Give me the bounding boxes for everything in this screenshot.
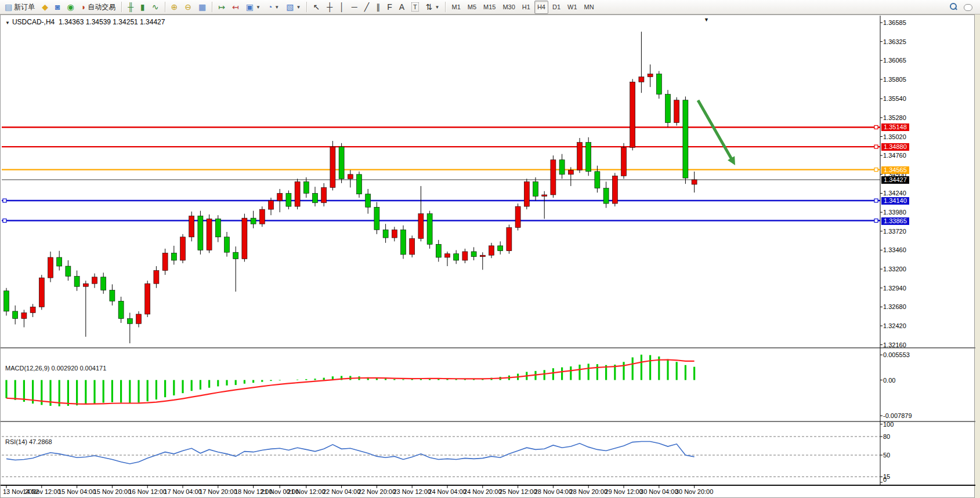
bar-chart-button[interactable]: ╫ — [125, 1, 136, 14]
chevron-down-icon[interactable]: ▼ — [5, 20, 10, 26]
new-order-button[interactable]: ▤新订单 — [2, 1, 38, 14]
price-tick-label: 1.36325 — [883, 38, 906, 45]
time-tick-label: 25 Nov 12:00 — [499, 488, 537, 495]
tf-m5-button[interactable]: M5 — [465, 1, 479, 14]
hline-button[interactable]: ─ — [349, 1, 360, 14]
tile-windows-button[interactable]: ▦ — [196, 1, 209, 14]
tf-m1-button[interactable]: M1 — [449, 1, 463, 14]
cursor-button[interactable]: ↖ — [310, 1, 323, 14]
cursor-icon: ↖ — [313, 3, 320, 11]
zoom-in-button[interactable]: ⊕ — [168, 1, 181, 14]
horizontal-line-resistance-1 — [2, 125, 880, 129]
price-tick-label: 1.33200 — [883, 266, 906, 272]
signals-button[interactable]: ◉ — [64, 1, 77, 14]
new-order-icon: ▤ — [5, 3, 12, 11]
main-toolbar: ▤新订单◆◙◉◗自动交易╫▮∿⊕⊖▦↦↤▣▼◔▼▧▼↖┼│─╱∥FAT⇅▼M1M… — [0, 0, 980, 14]
crosshair-icon: ┼ — [327, 3, 332, 11]
tf-m15-button[interactable]: M15 — [480, 1, 498, 14]
price-tick-label: 1.32680 — [883, 303, 906, 310]
rsi-tick-label: 100 — [883, 421, 894, 428]
price-level-badge[interactable]: 1.34140 — [881, 197, 909, 205]
chart-ohlc-values: 1.34363 1.34539 1.34251 1.34427 — [59, 18, 165, 26]
new-order-button-label: 新订单 — [14, 2, 35, 12]
tf-h4-button[interactable]: H4 — [534, 1, 548, 14]
zoom-out-button[interactable]: ⊖ — [182, 1, 194, 14]
time-tick-label: 17 Nov 20:00 — [199, 488, 237, 495]
tf-h1-button[interactable]: H1 — [519, 1, 533, 14]
time-tick-label: 17 Nov 04:00 — [164, 488, 201, 495]
line-chart-button[interactable]: ∿ — [149, 1, 162, 14]
time-tick-label: 14 Nov 12:00 — [23, 488, 60, 495]
rsi-line — [6, 442, 695, 464]
horizontal-line-icon: ─ — [352, 3, 357, 11]
fibonacci-icon: F — [387, 3, 392, 11]
zoom-in-icon: ⊕ — [171, 3, 178, 11]
trendline-button[interactable]: ╱ — [361, 1, 372, 14]
crosshair-button[interactable]: ┼ — [324, 1, 335, 14]
time-tick-label: 24 Nov 04:00 — [428, 488, 466, 495]
horizontal-line-support-1 — [2, 199, 880, 202]
channel-button[interactable]: ∥ — [373, 1, 383, 14]
price-level-badge[interactable]: 1.35148 — [881, 123, 909, 131]
chat-icon[interactable]: 1 — [964, 3, 974, 12]
rsi-tick-label: 0 — [883, 476, 887, 483]
label-button[interactable]: T — [408, 1, 422, 14]
rsi-tick-label: 50 — [883, 452, 890, 459]
price-tick-label: 1.32160 — [883, 341, 906, 348]
time-tick-label: 30 Nov 04:00 — [640, 488, 678, 495]
tf-m1-button-label: M1 — [451, 3, 460, 10]
time-tick-label: 16 Nov 12:00 — [128, 488, 166, 495]
publisher-button[interactable]: ◙ — [52, 1, 63, 14]
mt4-window: ▤新订单◆◙◉◗自动交易╫▮∿⊕⊖▦↦↤▣▼◔▼▧▼↖┼│─╱∥FAT⇅▼M1M… — [0, 0, 980, 498]
price-tick-label: 1.33980 — [883, 209, 906, 216]
price-tick-label: 1.33720 — [883, 228, 906, 235]
fibonacci-button[interactable]: F — [384, 1, 395, 14]
toolbar-separator — [212, 2, 212, 12]
text-button[interactable]: A — [396, 1, 407, 14]
price-tick-label: 1.36065 — [883, 57, 906, 64]
price-level-badge[interactable]: 1.34565 — [881, 166, 909, 174]
price-tick-label: 1.35280 — [883, 114, 906, 121]
tf-d1-button[interactable]: D1 — [549, 1, 563, 14]
macd-tick-label: 0.00 — [883, 377, 895, 384]
chevron-down-icon: ▼ — [274, 5, 279, 10]
text-icon: A — [399, 3, 404, 11]
auto-scroll-button[interactable]: ↦ — [215, 1, 228, 14]
price-level-badge[interactable]: 1.33865 — [881, 217, 909, 225]
tf-mn-button[interactable]: MN — [581, 1, 597, 14]
templates-button[interactable]: ▧▼ — [283, 1, 303, 14]
price-tick-label: 1.35020 — [883, 133, 906, 140]
time-tick-label: 28 Nov 04:00 — [534, 488, 572, 495]
template-chart-icon: ▧ — [286, 3, 294, 11]
toolbar-separator — [165, 2, 165, 12]
trend-arrow-annotation[interactable] — [698, 100, 735, 165]
chart-shift-button[interactable]: ↤ — [229, 1, 242, 14]
new-chart-button[interactable]: ▣▼ — [243, 1, 263, 14]
line-chart-icon: ∿ — [152, 3, 159, 11]
tf-m30-button[interactable]: M30 — [500, 1, 518, 14]
workspace-edge — [975, 14, 980, 498]
candlestick-chart-button[interactable]: ▮ — [138, 1, 148, 14]
search-icon[interactable] — [949, 2, 958, 12]
macd-histogram — [6, 355, 695, 406]
tf-w1-button[interactable]: W1 — [565, 1, 580, 14]
macd-signal-line — [6, 360, 695, 404]
chart-dropdown-icon[interactable]: ▼ — [704, 17, 709, 23]
vline-button[interactable]: │ — [337, 1, 348, 14]
time-tick-label: 24 Nov 20:00 — [464, 488, 501, 495]
chart-canvas[interactable] — [1, 15, 975, 498]
arrows-button[interactable]: ⇅▼ — [423, 1, 443, 14]
toolbar-separator — [306, 2, 307, 12]
price-level-badge[interactable]: 1.34880 — [881, 143, 909, 151]
zoom-out-icon: ⊖ — [185, 3, 191, 11]
time-tick-label: 22 Nov 04:00 — [323, 488, 360, 495]
gold-button[interactable]: ◆ — [39, 1, 51, 14]
chevron-down-icon: ▼ — [435, 5, 440, 10]
candles-layer — [4, 32, 697, 343]
autotrade-button[interactable]: ◗自动交易 — [78, 1, 118, 14]
chart-window[interactable]: ▼USDCAD-,H4 1.34363 1.34539 1.34251 1.34… — [0, 14, 975, 498]
rsi-tick-label: 80 — [883, 433, 890, 440]
chevron-down-icon: ▼ — [256, 5, 261, 10]
period-button[interactable]: ◔▼ — [265, 1, 282, 14]
tf-d1-button-label: D1 — [552, 3, 560, 10]
